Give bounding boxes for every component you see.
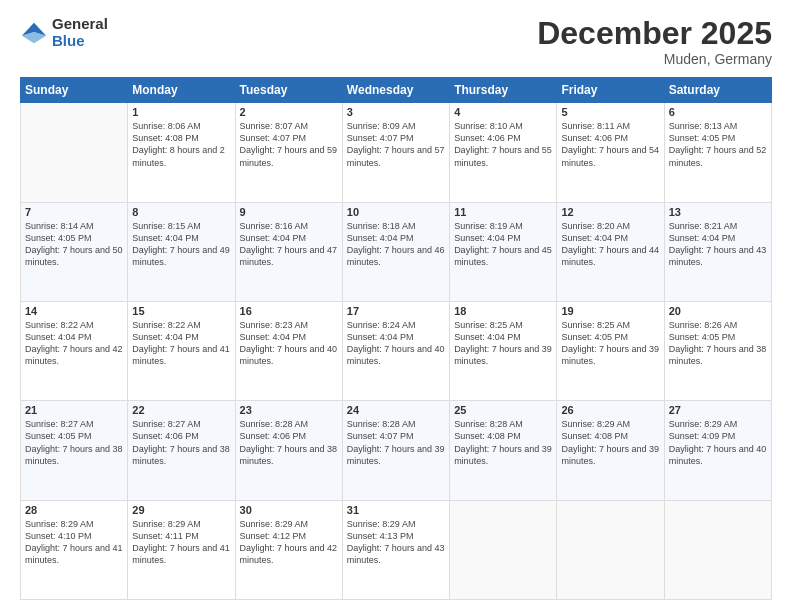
day-number: 13 xyxy=(669,206,767,218)
day-number: 11 xyxy=(454,206,552,218)
calendar-cell xyxy=(664,500,771,599)
day-number: 19 xyxy=(561,305,659,317)
calendar-cell xyxy=(450,500,557,599)
cell-info: Sunrise: 8:24 AMSunset: 4:04 PMDaylight:… xyxy=(347,319,445,368)
cell-info: Sunrise: 8:22 AMSunset: 4:04 PMDaylight:… xyxy=(25,319,123,368)
calendar-cell: 23Sunrise: 8:28 AMSunset: 4:06 PMDayligh… xyxy=(235,401,342,500)
calendar-table: SundayMondayTuesdayWednesdayThursdayFrid… xyxy=(20,77,772,600)
week-row-2: 14Sunrise: 8:22 AMSunset: 4:04 PMDayligh… xyxy=(21,301,772,400)
day-number: 6 xyxy=(669,106,767,118)
day-number: 20 xyxy=(669,305,767,317)
calendar-cell: 13Sunrise: 8:21 AMSunset: 4:04 PMDayligh… xyxy=(664,202,771,301)
day-number: 18 xyxy=(454,305,552,317)
logo-icon xyxy=(20,19,48,47)
cell-info: Sunrise: 8:25 AMSunset: 4:05 PMDaylight:… xyxy=(561,319,659,368)
cell-info: Sunrise: 8:10 AMSunset: 4:06 PMDaylight:… xyxy=(454,120,552,169)
day-number: 10 xyxy=(347,206,445,218)
cell-info: Sunrise: 8:18 AMSunset: 4:04 PMDaylight:… xyxy=(347,220,445,269)
week-row-4: 28Sunrise: 8:29 AMSunset: 4:10 PMDayligh… xyxy=(21,500,772,599)
week-row-3: 21Sunrise: 8:27 AMSunset: 4:05 PMDayligh… xyxy=(21,401,772,500)
logo-text: General Blue xyxy=(52,16,108,49)
calendar-cell: 2Sunrise: 8:07 AMSunset: 4:07 PMDaylight… xyxy=(235,103,342,202)
day-number: 26 xyxy=(561,404,659,416)
day-number: 22 xyxy=(132,404,230,416)
cell-info: Sunrise: 8:28 AMSunset: 4:08 PMDaylight:… xyxy=(454,418,552,467)
day-header-sunday: Sunday xyxy=(21,78,128,103)
calendar-cell: 20Sunrise: 8:26 AMSunset: 4:05 PMDayligh… xyxy=(664,301,771,400)
week-row-0: 1Sunrise: 8:06 AMSunset: 4:08 PMDaylight… xyxy=(21,103,772,202)
day-number: 4 xyxy=(454,106,552,118)
cell-info: Sunrise: 8:27 AMSunset: 4:05 PMDaylight:… xyxy=(25,418,123,467)
day-header-saturday: Saturday xyxy=(664,78,771,103)
cell-info: Sunrise: 8:15 AMSunset: 4:04 PMDaylight:… xyxy=(132,220,230,269)
calendar-cell: 21Sunrise: 8:27 AMSunset: 4:05 PMDayligh… xyxy=(21,401,128,500)
day-number: 2 xyxy=(240,106,338,118)
day-header-monday: Monday xyxy=(128,78,235,103)
calendar-cell: 28Sunrise: 8:29 AMSunset: 4:10 PMDayligh… xyxy=(21,500,128,599)
calendar-cell: 15Sunrise: 8:22 AMSunset: 4:04 PMDayligh… xyxy=(128,301,235,400)
day-number: 31 xyxy=(347,504,445,516)
day-header-wednesday: Wednesday xyxy=(342,78,449,103)
calendar-cell: 6Sunrise: 8:13 AMSunset: 4:05 PMDaylight… xyxy=(664,103,771,202)
day-number: 8 xyxy=(132,206,230,218)
calendar-cell: 7Sunrise: 8:14 AMSunset: 4:05 PMDaylight… xyxy=(21,202,128,301)
cell-info: Sunrise: 8:29 AMSunset: 4:12 PMDaylight:… xyxy=(240,518,338,567)
page: General Blue December 2025 Muden, German… xyxy=(0,0,792,612)
day-header-friday: Friday xyxy=(557,78,664,103)
day-number: 12 xyxy=(561,206,659,218)
cell-info: Sunrise: 8:06 AMSunset: 4:08 PMDaylight:… xyxy=(132,120,230,169)
calendar-cell xyxy=(21,103,128,202)
calendar-cell: 1Sunrise: 8:06 AMSunset: 4:08 PMDaylight… xyxy=(128,103,235,202)
calendar-cell: 4Sunrise: 8:10 AMSunset: 4:06 PMDaylight… xyxy=(450,103,557,202)
calendar-cell: 27Sunrise: 8:29 AMSunset: 4:09 PMDayligh… xyxy=(664,401,771,500)
calendar-cell: 25Sunrise: 8:28 AMSunset: 4:08 PMDayligh… xyxy=(450,401,557,500)
cell-info: Sunrise: 8:29 AMSunset: 4:10 PMDaylight:… xyxy=(25,518,123,567)
day-number: 28 xyxy=(25,504,123,516)
calendar-cell: 26Sunrise: 8:29 AMSunset: 4:08 PMDayligh… xyxy=(557,401,664,500)
calendar-cell: 5Sunrise: 8:11 AMSunset: 4:06 PMDaylight… xyxy=(557,103,664,202)
day-header-thursday: Thursday xyxy=(450,78,557,103)
calendar-cell: 19Sunrise: 8:25 AMSunset: 4:05 PMDayligh… xyxy=(557,301,664,400)
cell-info: Sunrise: 8:26 AMSunset: 4:05 PMDaylight:… xyxy=(669,319,767,368)
day-number: 24 xyxy=(347,404,445,416)
day-number: 7 xyxy=(25,206,123,218)
day-number: 23 xyxy=(240,404,338,416)
cell-info: Sunrise: 8:21 AMSunset: 4:04 PMDaylight:… xyxy=(669,220,767,269)
calendar-cell: 3Sunrise: 8:09 AMSunset: 4:07 PMDaylight… xyxy=(342,103,449,202)
cell-info: Sunrise: 8:29 AMSunset: 4:08 PMDaylight:… xyxy=(561,418,659,467)
day-number: 5 xyxy=(561,106,659,118)
day-number: 1 xyxy=(132,106,230,118)
header-row: SundayMondayTuesdayWednesdayThursdayFrid… xyxy=(21,78,772,103)
calendar-cell: 16Sunrise: 8:23 AMSunset: 4:04 PMDayligh… xyxy=(235,301,342,400)
cell-info: Sunrise: 8:29 AMSunset: 4:09 PMDaylight:… xyxy=(669,418,767,467)
cell-info: Sunrise: 8:07 AMSunset: 4:07 PMDaylight:… xyxy=(240,120,338,169)
cell-info: Sunrise: 8:16 AMSunset: 4:04 PMDaylight:… xyxy=(240,220,338,269)
calendar-cell: 14Sunrise: 8:22 AMSunset: 4:04 PMDayligh… xyxy=(21,301,128,400)
calendar-cell: 18Sunrise: 8:25 AMSunset: 4:04 PMDayligh… xyxy=(450,301,557,400)
calendar-cell: 17Sunrise: 8:24 AMSunset: 4:04 PMDayligh… xyxy=(342,301,449,400)
logo: General Blue xyxy=(20,16,108,49)
month-title: December 2025 xyxy=(537,16,772,51)
week-row-1: 7Sunrise: 8:14 AMSunset: 4:05 PMDaylight… xyxy=(21,202,772,301)
day-number: 29 xyxy=(132,504,230,516)
calendar-cell: 22Sunrise: 8:27 AMSunset: 4:06 PMDayligh… xyxy=(128,401,235,500)
calendar-cell: 10Sunrise: 8:18 AMSunset: 4:04 PMDayligh… xyxy=(342,202,449,301)
day-number: 30 xyxy=(240,504,338,516)
day-number: 25 xyxy=(454,404,552,416)
calendar-cell: 9Sunrise: 8:16 AMSunset: 4:04 PMDaylight… xyxy=(235,202,342,301)
day-number: 9 xyxy=(240,206,338,218)
day-number: 15 xyxy=(132,305,230,317)
cell-info: Sunrise: 8:19 AMSunset: 4:04 PMDaylight:… xyxy=(454,220,552,269)
title-block: December 2025 Muden, Germany xyxy=(537,16,772,67)
cell-info: Sunrise: 8:23 AMSunset: 4:04 PMDaylight:… xyxy=(240,319,338,368)
calendar-cell xyxy=(557,500,664,599)
calendar-cell: 12Sunrise: 8:20 AMSunset: 4:04 PMDayligh… xyxy=(557,202,664,301)
calendar-cell: 30Sunrise: 8:29 AMSunset: 4:12 PMDayligh… xyxy=(235,500,342,599)
day-number: 27 xyxy=(669,404,767,416)
cell-info: Sunrise: 8:14 AMSunset: 4:05 PMDaylight:… xyxy=(25,220,123,269)
day-number: 3 xyxy=(347,106,445,118)
cell-info: Sunrise: 8:09 AMSunset: 4:07 PMDaylight:… xyxy=(347,120,445,169)
header: General Blue December 2025 Muden, German… xyxy=(20,16,772,67)
cell-info: Sunrise: 8:28 AMSunset: 4:07 PMDaylight:… xyxy=(347,418,445,467)
location: Muden, Germany xyxy=(537,51,772,67)
